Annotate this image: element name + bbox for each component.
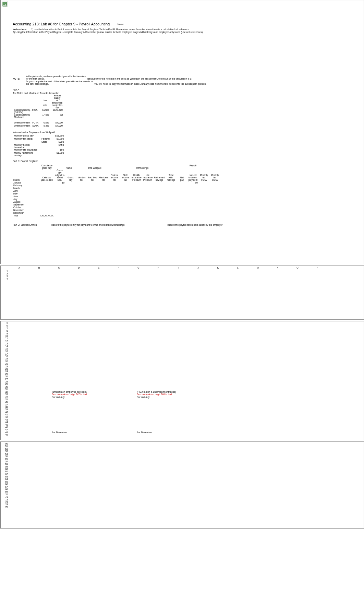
reg-header: Stateincometax <box>120 169 131 181</box>
row-number: 28 <box>1 380 8 383</box>
part-c-right-instruction: Record the payroll taxes paid solely by … <box>167 224 352 226</box>
row-number: 53 <box>1 450 8 452</box>
row-number: 14 <box>1 345 8 347</box>
employee-info-table: Monthly gross pay$11,500Monthly tax tabl… <box>13 134 65 156</box>
row-number: 32 <box>1 391 8 393</box>
rate-row <box>13 118 64 121</box>
row-number: 30 <box>1 386 8 388</box>
column-letter: A <box>9 267 29 270</box>
row-number: 67 <box>1 486 8 488</box>
reg-header: Total with-holdings <box>166 169 177 181</box>
reg-header: Calendaryear-to-date <box>39 169 54 181</box>
info-row: Montly retirement savings$1,200 <box>13 152 65 156</box>
grid-annotation: For December: <box>137 431 153 434</box>
register-row: June <box>13 195 220 198</box>
rate-row: Social Security - Medicare1.45%all <box>13 114 64 118</box>
register-row: July <box>13 198 220 200</box>
instruction-1: 1) use the information in Part A to comp… <box>31 28 190 31</box>
register-row: December <box>13 211 220 214</box>
row-number: 42 <box>1 416 8 418</box>
row-number: 9 <box>1 332 8 335</box>
grid-annotation: See example on page 347 in text. <box>52 393 87 395</box>
column-letter: P <box>307 267 327 270</box>
reg-header: Gross paysubject toSocial Sec. <box>54 169 65 181</box>
note-line1-left: In the pink cells, we have provided you … <box>26 75 87 80</box>
row-number: 11 <box>1 337 8 340</box>
row-number: 61 <box>1 470 8 473</box>
row-number: 27 <box>1 378 8 380</box>
page-title: Accounting 213: Lab #8 for Chapter 9 - P… <box>13 22 352 26</box>
employee-info-title: Information for Employee Irma Wellpaid: <box>13 131 352 133</box>
column-letter: B <box>29 267 49 270</box>
register-row: August <box>13 200 220 203</box>
row-number: 2 <box>1 272 8 275</box>
reg-header: Month <box>13 169 39 181</box>
column-letter: K <box>208 267 228 270</box>
column-letter: C <box>49 267 69 270</box>
part-a-subtitle: Tax Rates and Maximum Taxable Amounts: <box>13 92 352 94</box>
row-number: 64 <box>1 478 8 480</box>
grid-annotation: (amounts on employee pay stub) <box>52 391 87 393</box>
row-number: 23 <box>1 368 8 370</box>
register-total-row: TotalXXXXXXXXX <box>13 214 220 217</box>
note-line2-left: As you complete the rest of the table, y… <box>26 80 94 85</box>
register-row: May <box>13 192 220 195</box>
row-number: 47 <box>1 428 8 431</box>
row-number: 20 <box>1 360 8 363</box>
row-number: 72 <box>1 498 8 501</box>
column-letter: G <box>129 267 148 270</box>
note-line1-right: Because there is no data in the cells as… <box>87 78 192 80</box>
register-row: September <box>13 203 220 206</box>
column-letter: D <box>69 267 89 270</box>
row-number: 65 <box>1 481 8 483</box>
grid-annotation: For January: <box>137 396 150 398</box>
row-number: 48 <box>1 431 8 434</box>
row-number: 55 <box>1 455 8 458</box>
page-2a: ABCDEFGHIJKLMNOP 1234 <box>0 265 364 320</box>
column-letter: M <box>248 267 268 270</box>
broken-image-icon <box>2 1 9 9</box>
row-number: 37 <box>1 403 8 406</box>
part-c-row: Part C: Journal Entries Record the payro… <box>13 224 352 226</box>
column-letter: L <box>228 267 248 270</box>
reg-header: subjectto unem-ployment <box>187 169 198 181</box>
row-number: 44 <box>1 421 8 423</box>
grid-annotation: (FICA match & unemployment taxes) <box>137 391 176 393</box>
row-number: 63 <box>1 475 8 478</box>
row-numbers-2b: 5678910111213141516171819202122232425262… <box>1 322 9 436</box>
part-c-left-instruction: Record the payroll entry for payment to … <box>51 224 136 226</box>
row-number: 31 <box>1 388 8 390</box>
row-number: 56 <box>1 458 8 460</box>
info-row: Monthly health insurance$450 <box>13 144 65 149</box>
grid-annotation: For December: <box>52 431 68 434</box>
info-row: State$700 <box>13 141 65 144</box>
column-letter: E <box>89 267 109 270</box>
reg-header: MonthlytaxSUTA <box>209 169 220 181</box>
row-number: 10 <box>1 335 8 337</box>
row-number: 39 <box>1 408 8 411</box>
grid-annotation: See example on page 348 in text. <box>137 393 172 395</box>
row-number: 62 <box>1 473 8 475</box>
row-number: 75 <box>1 506 8 508</box>
row-number: 25 <box>1 373 8 375</box>
rate-row: Social Security - FICA (OASDI)6.20%$128,… <box>13 109 64 114</box>
instructions-label: Instructions: <box>13 28 31 31</box>
row-number: 22 <box>1 365 8 368</box>
row-number: 50 <box>1 442 8 445</box>
row-number: 13 <box>1 342 8 345</box>
reg-name-value: Irma Wellpaid <box>87 164 109 169</box>
row-number: 19 <box>1 357 8 360</box>
row-number: 4 <box>1 277 8 280</box>
row-number: 38 <box>1 406 8 408</box>
note-line2-right: You will need to copy the formulas in th… <box>94 83 206 85</box>
row-numbers-3: 5051525354555657585960616263646566676869… <box>1 442 9 525</box>
register-row: April <box>13 189 220 192</box>
name-label: Name: <box>118 23 125 25</box>
row-number: 43 <box>1 418 8 421</box>
page-3: 5051525354555657585960616263646566676869… <box>0 441 364 529</box>
row-number: 40 <box>1 411 8 413</box>
reg-header: MonthlytaxFUTA <box>198 169 209 181</box>
row-number: 74 <box>1 503 8 506</box>
instruction-2: 2) Using the information in the Payroll … <box>13 31 352 33</box>
row-number: 73 <box>1 501 8 503</box>
